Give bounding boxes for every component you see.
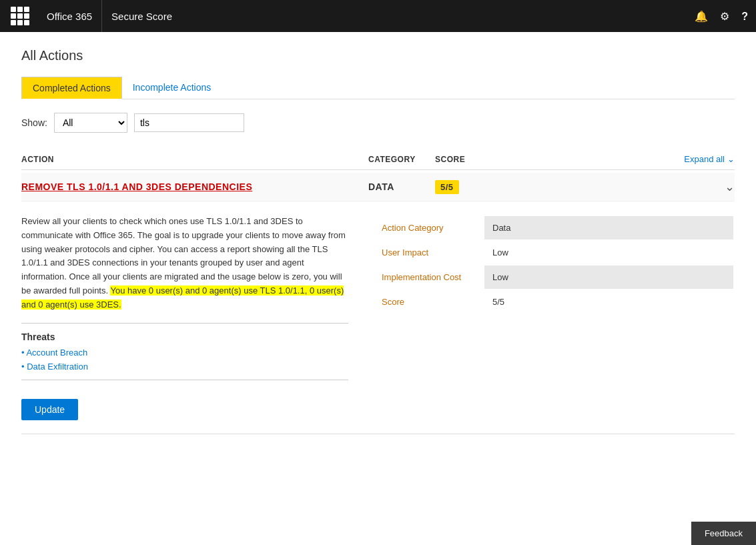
- action-description: Review all your clients to check which o…: [21, 215, 348, 312]
- detail-row-user-impact: User Impact Low: [376, 241, 733, 264]
- action-detail: Review all your clients to check which o…: [21, 201, 735, 434]
- main-content: All Actions Completed Actions Incomplete…: [0, 32, 756, 545]
- search-input[interactable]: [134, 113, 244, 132]
- action-title[interactable]: Remove TLS 1.0/1.1 and 3DES Dependencies: [21, 181, 368, 192]
- action-score: 5/5: [435, 180, 502, 194]
- tab-completed[interactable]: Completed Actions: [21, 77, 122, 99]
- app-name[interactable]: Office 365: [37, 0, 102, 32]
- detail-value-impl-cost: Low: [484, 265, 733, 289]
- detail-label-user-impact: User Impact: [376, 241, 483, 264]
- filter-row: Show: All Data Account Apps Devices: [21, 113, 735, 133]
- detail-value-category: Data: [484, 216, 733, 239]
- detail-left: Review all your clients to check which o…: [21, 215, 348, 420]
- row-chevron-icon[interactable]: ⌄: [725, 179, 735, 194]
- detail-value-user-impact: Low: [484, 241, 733, 264]
- filter-select[interactable]: All Data Account Apps Devices: [54, 113, 127, 133]
- update-button[interactable]: Update: [21, 399, 78, 420]
- col-action-header: ACTION: [21, 155, 368, 164]
- desc-before-highlight: Review all your clients to check which o…: [21, 216, 346, 296]
- gear-icon[interactable]: [720, 9, 729, 23]
- table-header: ACTION CATEGORY SCORE Expand all ⌄: [21, 149, 735, 170]
- nav-right-icons: [695, 9, 748, 23]
- detail-row-category: Action Category Data: [376, 216, 733, 239]
- detail-value-score: 5/5: [484, 290, 733, 314]
- detail-row-score: Score 5/5: [376, 290, 733, 314]
- col-score-header: SCORE: [435, 155, 502, 164]
- detail-row-impl-cost: Implementation Cost Low: [376, 265, 733, 289]
- chevron-down-icon: ⌄: [727, 154, 735, 164]
- detail-label-score: Score: [376, 290, 483, 314]
- action-row[interactable]: Remove TLS 1.0/1.1 and 3DES Dependencies…: [21, 173, 735, 201]
- tab-incomplete[interactable]: Incomplete Actions: [122, 77, 222, 99]
- detail-label-impl-cost: Implementation Cost: [376, 265, 483, 289]
- feedback-button[interactable]: Feedback: [691, 522, 756, 545]
- filter-label: Show:: [21, 117, 47, 128]
- bell-icon[interactable]: [695, 9, 708, 23]
- detail-label-category: Action Category: [376, 216, 483, 239]
- threats-title: Threats: [21, 332, 348, 342]
- divider-1: [21, 323, 348, 324]
- tabs-container: Completed Actions Incomplete Actions: [21, 77, 735, 99]
- detail-right: Action Category Data User Impact Low Imp…: [375, 215, 735, 420]
- threat-account-breach[interactable]: Account Breach: [21, 348, 348, 358]
- score-badge: 5/5: [435, 180, 459, 194]
- section-name: Secure Score: [102, 0, 181, 32]
- help-icon[interactable]: [741, 9, 748, 23]
- top-nav: Office 365 Secure Score: [0, 0, 756, 32]
- threat-data-exfiltration[interactable]: Data Exfiltration: [21, 362, 348, 372]
- expand-all-button[interactable]: Expand all ⌄: [684, 154, 735, 164]
- page-title: All Actions: [21, 48, 735, 63]
- app-launcher-grid: [11, 7, 29, 25]
- grid-icon[interactable]: [8, 4, 32, 28]
- action-category: Data: [368, 181, 435, 192]
- detail-table: Action Category Data User Impact Low Imp…: [375, 215, 735, 315]
- divider-2: [21, 380, 348, 380]
- col-category-header: CATEGORY: [368, 155, 435, 164]
